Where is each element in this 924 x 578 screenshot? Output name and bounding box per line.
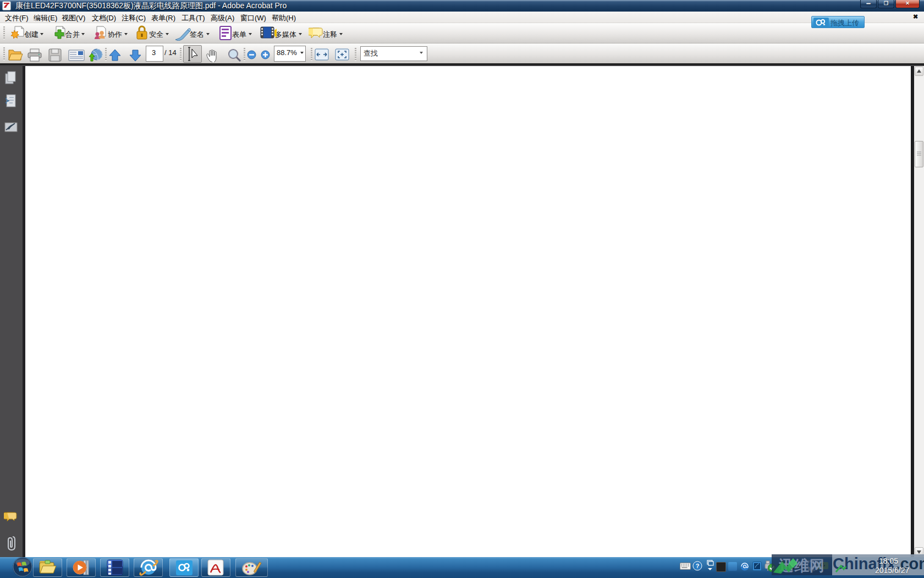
svg-text:?: ?	[696, 563, 700, 569]
